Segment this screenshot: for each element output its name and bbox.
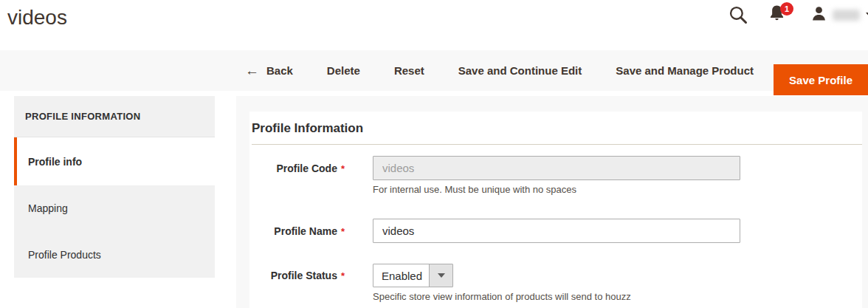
- back-button-label: Back: [266, 64, 293, 77]
- profile-information-card: Profile Information Profile Code * For i…: [249, 112, 862, 308]
- profile-status-select[interactable]: Enabled: [373, 264, 453, 287]
- sidebar-item-mapping[interactable]: Mapping: [14, 185, 215, 231]
- back-button[interactable]: ← Back: [245, 64, 293, 78]
- profile-sidebar: PROFILE INFORMATION Profile info Mapping…: [14, 96, 215, 278]
- profile-name-label-text: Profile Name: [274, 225, 337, 237]
- page-actions-toolbar: ← Back Delete Reset Save and Continue Ed…: [0, 50, 868, 91]
- profile-code-label: Profile Code *: [249, 156, 345, 181]
- search-icon: [728, 16, 748, 27]
- account-name-redacted: [833, 10, 860, 21]
- profile-status-note: Specific store view information of produ…: [373, 291, 631, 302]
- profile-status-label-text: Profile Status: [271, 270, 337, 281]
- content-area: Profile Information Profile Code * For i…: [236, 96, 868, 308]
- notification-badge: 1: [780, 2, 793, 16]
- toolbar-button-group: ← Back Delete Reset Save and Continue Ed…: [245, 50, 754, 91]
- required-asterisk: *: [341, 163, 345, 174]
- user-icon: [810, 5, 827, 24]
- save-and-continue-button[interactable]: Save and Continue Edit: [458, 64, 582, 77]
- section-divider: [252, 144, 862, 145]
- profile-status-row: Profile Status * Enabled: [249, 264, 862, 287]
- sidebar-item-profile-products[interactable]: Profile Products: [14, 231, 215, 278]
- reset-button[interactable]: Reset: [394, 64, 424, 77]
- page-header: videos 1: [0, 0, 868, 50]
- required-asterisk: *: [341, 226, 345, 237]
- profile-name-row: Profile Name *: [249, 219, 862, 244]
- profile-code-row: Profile Code *: [249, 156, 862, 181]
- profile-name-input[interactable]: [373, 219, 740, 243]
- select-arrow-button[interactable]: [429, 264, 452, 287]
- profile-status-label: Profile Status *: [249, 264, 345, 287]
- page-title: videos: [7, 6, 67, 30]
- save-profile-button[interactable]: Save Profile: [774, 64, 868, 95]
- save-and-manage-product-button[interactable]: Save and Manage Product: [616, 64, 754, 77]
- profile-code-input: [373, 156, 740, 180]
- profile-status-selected-value: Enabled: [373, 264, 429, 287]
- account-menu-button[interactable]: [810, 5, 868, 24]
- caret-down-icon: [438, 273, 445, 278]
- profile-code-note: For internal use. Must be unique with no…: [373, 184, 576, 195]
- required-asterisk: *: [341, 270, 345, 281]
- delete-button[interactable]: Delete: [327, 64, 360, 77]
- sidebar-item-profile-info[interactable]: Profile info: [14, 137, 215, 185]
- arrow-left-icon: ←: [245, 64, 259, 78]
- section-title: Profile Information: [252, 121, 363, 136]
- bell-icon: [768, 13, 786, 24]
- sidebar-header: PROFILE INFORMATION: [14, 96, 215, 137]
- profile-code-label-text: Profile Code: [276, 162, 337, 174]
- profile-name-label: Profile Name *: [249, 219, 345, 244]
- notifications-button[interactable]: 1: [768, 4, 786, 24]
- search-button[interactable]: [728, 4, 748, 27]
- magento-admin-screen: videos 1: [0, 0, 868, 308]
